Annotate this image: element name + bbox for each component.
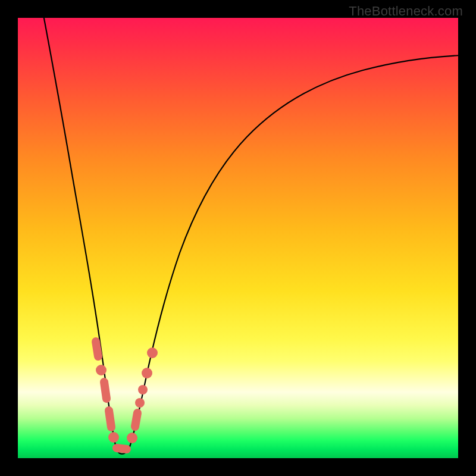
chart-frame: TheBottleneck.com (0, 0, 476, 476)
marker (135, 413, 137, 427)
chart-svg (18, 18, 458, 458)
marker (142, 368, 152, 378)
marker (138, 385, 148, 394)
marker (127, 433, 137, 443)
watermark-text: TheBottleneck.com (349, 4, 463, 19)
marker (117, 448, 127, 449)
marker (109, 411, 111, 427)
marker (96, 342, 98, 356)
marker (135, 398, 145, 408)
marker (108, 432, 119, 443)
marker (104, 382, 107, 399)
marker (147, 347, 158, 358)
marker (96, 365, 107, 375)
curve-right-branch (129, 55, 458, 449)
plot-area (18, 18, 458, 458)
